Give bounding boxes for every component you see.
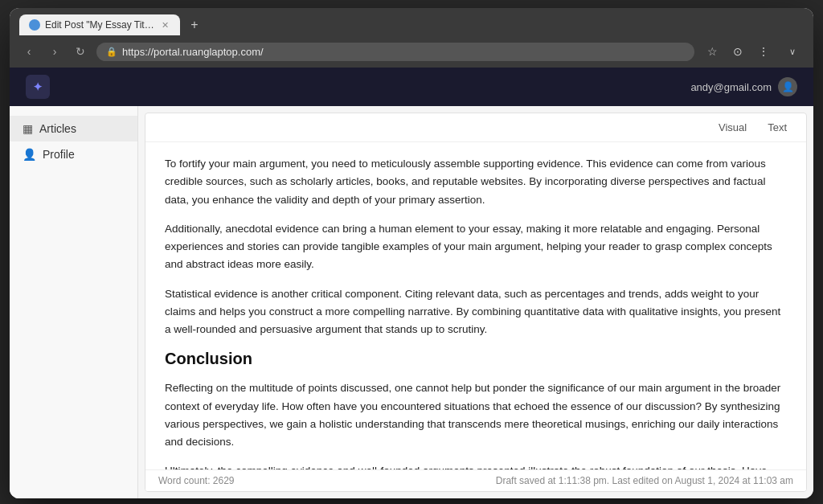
user-avatar[interactable]: 👤 (778, 77, 797, 96)
profile-icon: 👤 (23, 148, 36, 161)
new-tab-button[interactable]: + (185, 15, 204, 35)
sidebar-item-profile[interactable]: 👤 Profile (10, 141, 137, 167)
articles-icon: ▦ (23, 122, 33, 135)
paragraph-3: Statistical evidence is another critical… (165, 285, 787, 339)
browser-actions: ☆ ⊙ ⋮ (701, 40, 775, 63)
word-count: Word count: 2629 (158, 475, 235, 486)
draft-status: Draft saved at 1:11:38 pm. Last edited o… (496, 475, 793, 486)
tab-favicon (29, 19, 40, 31)
bookmark-button[interactable]: ☆ (701, 40, 723, 63)
app-header-right: andy@gmail.com 👤 (690, 77, 797, 96)
dropdown-button[interactable]: ∨ (781, 40, 804, 63)
sidebar: ▦ Articles 👤 Profile (10, 106, 138, 498)
url-text: https://portal.ruanglaptop.com/ (122, 46, 685, 58)
app-header: ✦ andy@gmail.com 👤 (10, 68, 813, 106)
user-email: andy@gmail.com (690, 81, 772, 93)
sidebar-item-articles[interactable]: ▦ Articles (10, 116, 137, 141)
conclusion-paragraph-2: Ultimately, the compelling evidence and … (165, 462, 787, 469)
editor-footer: Word count: 2629 Draft saved at 1:11:38 … (145, 469, 806, 491)
sidebar-item-profile-label: Profile (43, 148, 75, 161)
profile-button[interactable]: ⊙ (727, 40, 749, 63)
conclusion-heading: Conclusion (165, 350, 787, 368)
app-logo: ✦ (26, 75, 50, 99)
forward-button[interactable]: › (45, 42, 64, 61)
editor-area[interactable]: To fortify your main argument, you need … (145, 142, 806, 469)
conclusion-paragraph-1: Reflecting on the multitude of points di… (165, 379, 787, 451)
main-content: Visual Text To fortify your main argumen… (145, 113, 807, 492)
address-bar[interactable]: 🔒 https://portal.ruanglaptop.com/ (96, 43, 694, 61)
browser-window: Edit Post "My Essay Title" ‹ b... ✕ + ‹ … (10, 8, 813, 498)
tab-close-button[interactable]: ✕ (160, 20, 170, 31)
back-button[interactable]: ‹ (19, 42, 39, 61)
text-tab-button[interactable]: Text (758, 118, 796, 137)
paragraph-2: Additionally, anecdotal evidence can bri… (165, 220, 787, 274)
title-bar: Edit Post "My Essay Title" ‹ b... ✕ + (10, 8, 813, 35)
refresh-button[interactable]: ↻ (71, 42, 90, 61)
app-body: ▦ Articles 👤 Profile Visual Text To fort… (10, 106, 813, 498)
logo-icon: ✦ (33, 80, 43, 93)
word-count-label: Word count: (158, 475, 210, 486)
editor-toolbar: Visual Text (145, 113, 806, 142)
paragraph-1: To fortify your main argument, you need … (165, 155, 787, 209)
address-bar-row: ‹ › ↻ 🔒 https://portal.ruanglaptop.com/ … (10, 35, 813, 68)
visual-tab-button[interactable]: Visual (709, 118, 756, 137)
sidebar-item-articles-label: Articles (39, 122, 76, 135)
tab-title: Edit Post "My Essay Title" ‹ b... (45, 19, 155, 31)
app-container: ✦ andy@gmail.com 👤 ▦ Articles 👤 Profile (10, 68, 813, 498)
browser-chrome: Edit Post "My Essay Title" ‹ b... ✕ + ‹ … (10, 8, 813, 68)
lock-icon: 🔒 (106, 47, 117, 57)
browser-tab[interactable]: Edit Post "My Essay Title" ‹ b... ✕ (19, 14, 180, 35)
menu-button[interactable]: ⋮ (752, 40, 775, 63)
word-count-value: 2629 (213, 475, 235, 486)
